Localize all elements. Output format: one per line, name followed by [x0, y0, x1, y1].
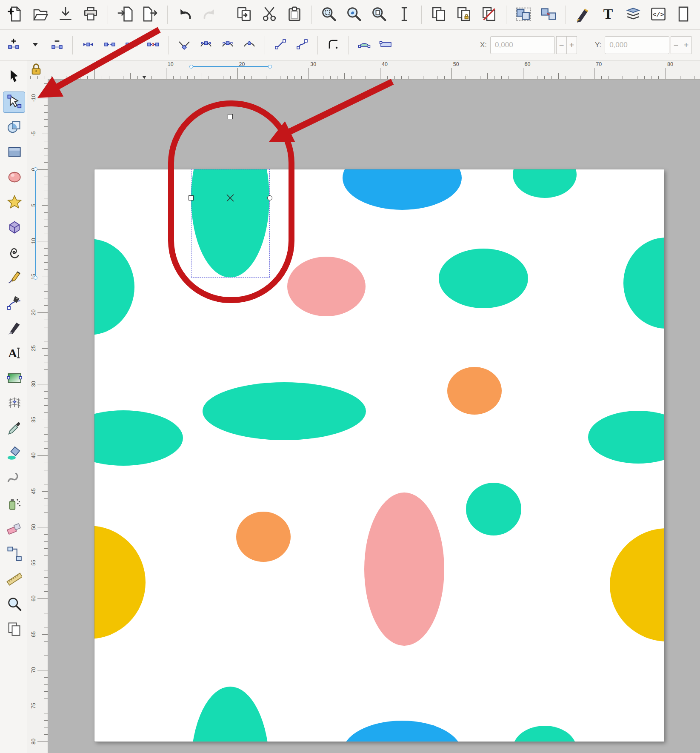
paint-bucket-tool-button[interactable] — [3, 443, 25, 464]
ellipse-selected[interactable] — [191, 169, 269, 278]
zoom-tool-button[interactable] — [3, 594, 25, 615]
node-smooth-button[interactable] — [196, 34, 216, 56]
measure-tool-button[interactable] — [3, 569, 25, 590]
edit-paste-button[interactable] — [283, 3, 306, 27]
node-join-segment-button[interactable] — [121, 34, 142, 56]
node-delete-segment-button[interactable] — [143, 34, 163, 56]
document-export-button[interactable] — [138, 3, 162, 27]
box3d-tool-button[interactable] — [3, 217, 25, 238]
y-increment-button[interactable]: + — [681, 36, 691, 54]
document-print-button[interactable] — [79, 3, 103, 27]
zoom-drawing-button[interactable] — [342, 3, 366, 27]
ellipse-teal-mid-right[interactable] — [439, 249, 528, 308]
node-join-button[interactable] — [78, 34, 98, 56]
ellipse-yellow-left[interactable] — [94, 526, 146, 639]
edit-duplicate-button[interactable] — [232, 3, 256, 27]
vertical-ruler[interactable]: -10-505101520253035404550556065707580 — [28, 79, 48, 753]
dialog-partial-button[interactable] — [671, 3, 695, 27]
ellipse-orange-upper[interactable] — [447, 367, 502, 415]
node-auto-button[interactable] — [239, 34, 260, 56]
selection-group-button[interactable] — [511, 3, 535, 27]
text-tool-button[interactable]: A — [3, 343, 25, 364]
text-cursor-button[interactable] — [392, 3, 416, 27]
path-corners-lpe-button[interactable] — [323, 34, 343, 56]
tweak-tool-button[interactable] — [3, 468, 25, 490]
node-insert-button[interactable] — [3, 34, 24, 56]
ellipse-teal-small[interactable] — [466, 483, 521, 535]
dialog-xml-button[interactable]: </> — [646, 3, 670, 27]
edit-undo-button[interactable] — [173, 3, 197, 27]
y-coordinate-input[interactable]: 0,000 — [605, 36, 669, 54]
document-import-button[interactable] — [113, 3, 137, 27]
edit-clone-button[interactable] — [452, 3, 476, 27]
dialog-fill-stroke-button[interactable] — [571, 3, 595, 27]
edit-clone-unlink-button[interactable] — [477, 3, 501, 27]
canvas[interactable] — [48, 79, 700, 753]
ellipse-blue-bottom[interactable] — [343, 721, 462, 742]
zoom-page-button[interactable] — [367, 3, 391, 27]
edit-cut-button[interactable] — [257, 3, 281, 27]
selector-tool-button[interactable] — [3, 66, 25, 88]
document-save-button[interactable] — [54, 3, 77, 27]
rectangle-tool-button[interactable] — [3, 142, 25, 163]
shape-builder-tool-button[interactable] — [3, 117, 25, 138]
bezier-tool-button[interactable] — [3, 292, 25, 314]
v-ruler-tick — [44, 463, 48, 463]
path-corners-lpe-icon — [326, 37, 340, 53]
pages-tool-button[interactable] — [3, 619, 25, 640]
selection-ungroup-button[interactable] — [537, 3, 560, 27]
x-coordinate-input[interactable]: 0,000 — [490, 36, 555, 54]
ellipse-teal-far-right[interactable] — [623, 238, 664, 329]
node-corner-button[interactable] — [174, 34, 194, 56]
ruler-lock-icon[interactable] — [30, 62, 43, 77]
dropper-tool-button[interactable] — [3, 418, 25, 439]
ellipse-teal-left[interactable] — [94, 239, 134, 335]
connector-tool-button[interactable] — [3, 544, 25, 565]
ellipse-teal-wide-right[interactable] — [588, 411, 664, 464]
stroke-to-path-button[interactable] — [376, 34, 396, 56]
segment-line-button[interactable] — [270, 34, 291, 56]
dialog-text-button[interactable]: T — [596, 3, 620, 27]
spiral-tool-button[interactable] — [3, 242, 25, 263]
dropdown-caret-button[interactable] — [25, 34, 46, 56]
calligraphy-tool-button[interactable] — [3, 318, 25, 339]
ellipse-tool-button[interactable] — [3, 167, 25, 188]
document-new-button[interactable] — [3, 3, 27, 27]
h-ruler-label: 50 — [453, 61, 459, 67]
dialog-layers-button[interactable] — [621, 3, 645, 27]
zoom-selection-button[interactable] — [317, 3, 341, 27]
star-tool-button[interactable] — [3, 192, 25, 213]
node-break-button[interactable] — [100, 34, 120, 56]
ellipse-orange-small[interactable] — [236, 512, 291, 562]
node-delete-button[interactable] — [47, 34, 67, 56]
horizontal-ruler[interactable]: 01020304050607080 — [28, 60, 700, 80]
y-decrement-button[interactable]: − — [671, 36, 681, 54]
canvas-page[interactable] — [94, 169, 664, 742]
segment-curve-button[interactable] — [292, 34, 312, 56]
ellipse-teal-bottom-right[interactable] — [513, 726, 577, 742]
ellipse-teal-bottom[interactable] — [191, 687, 269, 742]
object-to-path-button[interactable] — [354, 34, 374, 56]
document-open-button[interactable] — [29, 3, 52, 27]
ellipse-teal-wide-center[interactable] — [203, 382, 366, 440]
eraser-tool-button[interactable] — [3, 518, 25, 540]
ellipse-teal-top-right[interactable] — [513, 169, 577, 198]
mesh-tool-button[interactable] — [3, 393, 25, 414]
node-tool-icon — [6, 94, 22, 111]
edit-redo-button[interactable] — [198, 3, 222, 27]
edit-copy-button[interactable] — [427, 3, 451, 27]
x-increment-button[interactable]: + — [566, 36, 577, 54]
h-ruler-tick — [544, 76, 545, 79]
dropdown-caret-icon — [29, 37, 42, 53]
ellipse-teal-wide-left[interactable] — [94, 410, 183, 466]
x-decrement-button[interactable]: − — [556, 36, 567, 54]
ellipse-blue-top[interactable] — [343, 169, 462, 210]
ellipse-yellow-right[interactable] — [610, 528, 664, 641]
gradient-tool-button[interactable] — [3, 368, 25, 389]
ellipse-pink-upper[interactable] — [287, 257, 366, 316]
node-symmetric-button[interactable] — [217, 34, 238, 56]
spray-tool-button[interactable] — [3, 493, 25, 515]
pencil-tool-button[interactable] — [3, 267, 25, 289]
node-tool-button[interactable] — [3, 92, 25, 113]
ellipse-pink-tall[interactable] — [364, 492, 444, 646]
